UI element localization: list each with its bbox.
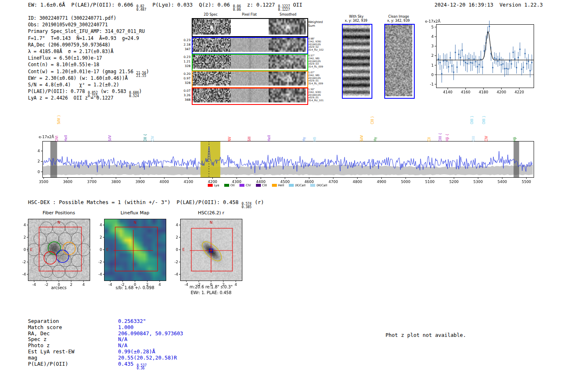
hsc-cutout-title: HSC(26.2) r xyxy=(198,210,224,216)
text-segment: S/N = 4.8(±0.4) χ² = 1.2(±0.2) xyxy=(28,82,119,88)
match-value: 20.55(20.52,20.58)R xyxy=(118,355,177,361)
uncertainty-stack: 21.5621.55 xyxy=(136,72,146,78)
header-datetime: 2024-12-20 16:39:13 Version 1.22.3 xyxy=(434,2,543,8)
text-segment: OII xyxy=(290,2,302,8)
legend-label: (K)CaII xyxy=(295,183,305,187)
info-line: ID: 3002240771 (3002240771.pdf) xyxy=(28,15,149,22)
spec2d-image xyxy=(193,55,231,69)
spec2d-row-info: 1.50"(342, 930)20190105v029_01314_RU_101 xyxy=(308,88,323,102)
emission-line-label: Hδ xyxy=(313,137,317,141)
text-segment: z: 0.1227 xyxy=(241,2,278,8)
text-segment: ID: 3002240771 (3002240771.pdf) xyxy=(28,15,116,21)
spec2d-row xyxy=(192,54,308,71)
match-row: Est LyA rest-EW0.99(±0.28)Å xyxy=(28,348,74,355)
match-row: RA, Dec206.090847, 50.973603 xyxy=(28,330,50,336)
text-segment: P(LAE)/P(OII): 0.778 xyxy=(28,88,88,94)
spec2d-row xyxy=(192,71,308,88)
emission-line-label: HeII xyxy=(64,135,68,141)
emission-line-label: OIII xyxy=(472,136,476,141)
elixer-report: EW: 1.6±0.6Å P(LAE)/P(OII): 0.606 0.820.… xyxy=(0,0,576,392)
info-line: λ = 4185.08Å σ = 2.17(±0.83)Å xyxy=(28,49,149,55)
legend-label: (H)CaII xyxy=(316,183,327,187)
match-value: N/A xyxy=(118,336,128,342)
emission-line-label: CIV xyxy=(485,136,488,141)
fiber-positions-title: Fiber Positions xyxy=(43,210,75,216)
text-segment: LineFlux = 6.50(±1.90)e-17 xyxy=(28,55,102,61)
full-spectrum-plot xyxy=(33,134,537,189)
match-value: 1.000 xyxy=(118,324,134,330)
spec2d-col-header-pixelflat: Pixel Flat xyxy=(242,13,257,16)
uncertainty-stack: 0.12270.1227 xyxy=(278,5,290,11)
spec2d-row-info: 0.57"(342, 98)20190105v029_03314_RL_009 xyxy=(308,54,323,68)
text-segment: LyA z = 2.4426 OII z = 0.1227 xyxy=(28,95,114,101)
info-line: S/N = 4.8(±0.4) χ² = 1.2(±0.2) xyxy=(28,82,149,88)
text-segment: EW: 1.6±0.6Å P(LAE)/P(OII): 0.606 xyxy=(28,2,136,8)
lineflux-stat: s/b: 1.68 +/- 0.098 xyxy=(116,285,154,290)
legend-item: (K)CaII xyxy=(289,183,305,187)
text-segment: ) xyxy=(139,88,142,94)
legend-item: CIII xyxy=(256,183,267,187)
spec2d-row-stats: 0.231.21328 xyxy=(180,55,190,68)
spec2d-row xyxy=(192,37,308,54)
weighted-sum-label: WeightedSum xyxy=(308,21,323,28)
legend-label: OII xyxy=(230,183,235,187)
lineflux-map-plot xyxy=(93,216,167,286)
emission-line-label: OIII } xyxy=(470,116,474,124)
match-label: Match score xyxy=(28,324,62,330)
fiber-xlabel: arcsecs xyxy=(51,285,67,290)
spec2d-row xyxy=(192,88,308,105)
clean-image-frame xyxy=(384,24,415,99)
legend-label: HeII xyxy=(278,183,284,187)
match-label: RA, Dec xyxy=(28,330,50,336)
spec2d-image xyxy=(193,19,231,35)
header-summary: EW: 1.6±0.6Å P(LAE)/P(OII): 0.606 0.820.… xyxy=(28,2,302,11)
match-row: Separation0.256332" xyxy=(28,318,59,324)
info-block: ID: 3002240771 (3002240771.pdf)Obs: 2019… xyxy=(28,15,149,102)
uncertainty-stack: 0.6860.524 xyxy=(129,91,139,97)
match-row: P(LAE)/P(OII)0.435 0.5370.36 xyxy=(28,361,68,367)
info-line: Cont(w) = 1.20(±0.01)e-17 (gmag 21.56 21… xyxy=(28,69,149,75)
text-segment: (r) xyxy=(251,199,264,205)
legend-item: (H)CaII xyxy=(310,183,327,187)
pixelflat-image xyxy=(231,38,269,52)
match-row: Match score1.000 xyxy=(28,324,62,330)
emission-line-label: OIII } xyxy=(482,116,486,124)
smoothed-image xyxy=(269,55,306,69)
match-value: 0.435 0.5370.36 xyxy=(118,361,146,370)
legend-item: Lyα xyxy=(208,183,219,187)
pixelflat-image xyxy=(231,55,269,69)
spec2d-row-info: 1.07"(342, 98)20190105v029_01314_RL_009 xyxy=(308,71,323,85)
uncertainty-stack: 0.5740.385 xyxy=(242,202,251,209)
emission-line-label: Hβ xyxy=(513,137,517,141)
match-value: 206.090847, 50.973603 xyxy=(118,330,183,336)
info-line: RA,Dec (206.090759,50.973648) xyxy=(28,42,149,49)
spec2d-row-info: 0.98"(342, 939)20190105v029_02314_RU_102 xyxy=(308,37,323,51)
clean-image xyxy=(385,25,412,96)
spec2d-col-header-2dspec: 2D Spec xyxy=(204,13,217,16)
withsky-coords: x, y: 342, 939 xyxy=(345,19,367,23)
text-segment: λ = 4185.08Å σ = 2.17(±0.83)Å xyxy=(28,49,114,54)
hsc-plae-stat: EWr: 1. PLAE: 0.458 xyxy=(190,290,231,295)
match-label: Separation xyxy=(28,318,59,324)
legend-swatch xyxy=(208,184,213,187)
line-fit-plot xyxy=(424,19,537,95)
emission-line-label: Hγ xyxy=(302,137,306,141)
emission-line-label: SIII xyxy=(248,137,251,141)
smoothed-image xyxy=(269,72,306,86)
text-segment: P(Lyα): 0.033 Q(z): 0.06 xyxy=(146,2,233,8)
text-segment: Primary Spec_Slot_IFU_AMP: 314_027_011_R… xyxy=(28,28,145,34)
match-value: N/A xyxy=(118,342,128,348)
text-segment: Obs: 20190105v029_3002240771 xyxy=(28,22,108,28)
info-line: Obs: 20190105v029_3002240771 xyxy=(28,22,149,28)
uncertainty-stack: 0.820.487 xyxy=(136,5,146,11)
info-line: Cont(n) = 8.10(±0.55)e-18 xyxy=(28,62,149,68)
emission-line-label: SiIV xyxy=(108,135,112,141)
spec2d-row-stats: 0.200.97328 xyxy=(180,72,190,85)
uncertainty-stack: 0.060.06 xyxy=(233,5,241,11)
spectrum-legend: LyαOIICIVCIIIHeII(K)CaII(H)CaII xyxy=(208,183,327,187)
smoothed-image xyxy=(269,19,306,35)
emission-line-label: Hβ { xyxy=(446,134,449,141)
legend-swatch xyxy=(310,184,315,187)
text-segment: ) xyxy=(146,69,149,74)
withsky-image-frame xyxy=(342,24,372,99)
